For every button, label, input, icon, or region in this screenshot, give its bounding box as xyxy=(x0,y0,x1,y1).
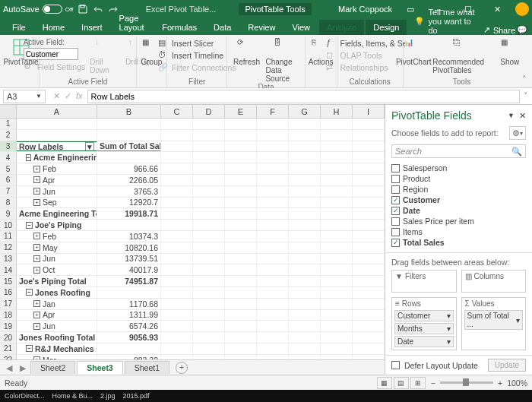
cell[interactable]: +Apr xyxy=(17,175,97,185)
col-A[interactable]: A xyxy=(17,105,97,118)
cell[interactable] xyxy=(353,130,385,141)
cell[interactable] xyxy=(193,276,225,286)
row-header[interactable]: 4 xyxy=(0,152,17,163)
sheet-tab[interactable]: Sheet1 xyxy=(125,361,169,374)
cell[interactable] xyxy=(257,130,289,141)
user-avatar-icon[interactable] xyxy=(515,2,529,16)
cell[interactable] xyxy=(225,310,257,321)
col-D[interactable]: D xyxy=(193,105,225,118)
cell[interactable] xyxy=(193,152,225,163)
cell[interactable] xyxy=(225,141,257,152)
cell[interactable] xyxy=(321,231,353,242)
expand-formula-bar-icon[interactable]: ˅ xyxy=(520,91,532,101)
row-header[interactable]: 3 xyxy=(0,141,17,152)
cell[interactable] xyxy=(257,343,289,354)
cell[interactable] xyxy=(289,310,321,321)
field-checkbox[interactable]: ✓ xyxy=(391,239,400,247)
cell[interactable] xyxy=(97,119,161,129)
cell[interactable]: 9056.93 xyxy=(97,332,161,343)
drill-down-button[interactable]: ↓Drill Down xyxy=(90,38,119,74)
cell[interactable] xyxy=(353,321,385,331)
cell[interactable] xyxy=(193,208,225,219)
cell[interactable] xyxy=(289,321,321,331)
cell[interactable] xyxy=(321,152,353,163)
cell[interactable] xyxy=(321,198,353,208)
comments-icon[interactable]: 💬 xyxy=(517,25,527,35)
tab-insert[interactable]: Insert xyxy=(74,20,110,35)
cell[interactable]: +Sep xyxy=(17,198,97,208)
cell[interactable] xyxy=(321,276,353,286)
zoom-level[interactable]: 100% xyxy=(507,378,527,388)
field-checkbox[interactable] xyxy=(391,175,400,183)
cell[interactable] xyxy=(289,163,321,174)
cell[interactable] xyxy=(257,152,289,163)
refresh-button[interactable]: ⟳Refresh xyxy=(232,38,261,66)
cell[interactable] xyxy=(257,276,289,286)
cell[interactable] xyxy=(289,119,321,129)
share-button[interactable]: ↗ Share xyxy=(483,25,515,35)
row-header[interactable]: 19 xyxy=(0,321,17,331)
cell[interactable] xyxy=(161,130,193,141)
row-header[interactable]: 1 xyxy=(0,119,17,129)
row-header[interactable]: 14 xyxy=(0,264,17,275)
tab-analyze[interactable]: Analyze xyxy=(319,20,364,35)
cell[interactable] xyxy=(321,343,353,354)
cell[interactable] xyxy=(353,264,385,275)
cell[interactable] xyxy=(257,208,289,219)
taskbar-item[interactable]: 2.jpg xyxy=(100,392,116,400)
expand-icon[interactable]: + xyxy=(33,176,40,183)
row-header[interactable]: 18 xyxy=(0,310,17,321)
row-header[interactable]: 13 xyxy=(0,254,17,264)
cell[interactable] xyxy=(193,332,225,343)
cell[interactable] xyxy=(225,186,257,197)
cell[interactable] xyxy=(97,287,161,298)
cell[interactable] xyxy=(289,220,321,230)
cell[interactable]: +Jun xyxy=(17,254,97,264)
cell[interactable] xyxy=(321,163,353,174)
cell[interactable]: +Jun xyxy=(17,321,97,331)
sheet-nav-prev-icon[interactable]: ◀ xyxy=(3,363,15,372)
tab-formulas[interactable]: Formulas xyxy=(154,20,204,35)
field-settings-button[interactable]: ⚙Field Settings xyxy=(24,62,86,72)
collapse-icon[interactable]: − xyxy=(26,222,33,229)
expand-icon[interactable]: + xyxy=(33,300,40,307)
sheet-tab[interactable]: Sheet3 xyxy=(77,361,122,375)
cell[interactable]: 10820.16 xyxy=(97,242,161,253)
cell[interactable] xyxy=(289,231,321,242)
cell[interactable] xyxy=(321,332,353,343)
area-item[interactable]: Customer▾ xyxy=(394,310,454,321)
cell[interactable] xyxy=(289,287,321,298)
expand-icon[interactable]: + xyxy=(33,199,40,206)
field-item[interactable]: Items xyxy=(391,226,526,237)
cell[interactable] xyxy=(193,264,225,275)
olap-tools-button[interactable]: ◻OLAP Tools xyxy=(326,50,413,61)
cell[interactable]: +Oct xyxy=(17,264,97,275)
cell[interactable] xyxy=(289,264,321,275)
cell[interactable] xyxy=(257,332,289,343)
cell[interactable] xyxy=(257,299,289,309)
cell[interactable] xyxy=(289,198,321,208)
field-item[interactable]: ✓Date xyxy=(391,205,526,216)
field-item[interactable]: Product xyxy=(391,173,526,184)
cell[interactable] xyxy=(161,186,193,197)
cell[interactable] xyxy=(193,163,225,174)
cell[interactable] xyxy=(321,175,353,185)
cell[interactable] xyxy=(161,119,193,129)
cell[interactable] xyxy=(353,332,385,343)
expand-icon[interactable]: + xyxy=(33,267,40,274)
cell[interactable] xyxy=(257,186,289,197)
update-button[interactable]: Update xyxy=(488,359,526,372)
cell[interactable] xyxy=(321,242,353,253)
undo-icon[interactable] xyxy=(93,4,103,14)
cell[interactable] xyxy=(353,198,385,208)
cell[interactable] xyxy=(353,208,385,219)
field-search-input[interactable]: Search 🔍 xyxy=(391,144,526,158)
cell[interactable] xyxy=(321,321,353,331)
drill-up-button[interactable]: ↑Drill Up xyxy=(123,38,152,66)
cell[interactable]: 1170.68 xyxy=(97,299,161,309)
field-checkbox[interactable]: ✓ xyxy=(391,207,400,215)
cell[interactable] xyxy=(353,310,385,321)
cell[interactable] xyxy=(97,220,161,230)
filter-dropdown-icon[interactable]: ▾ xyxy=(85,142,94,151)
cell[interactable] xyxy=(161,208,193,219)
